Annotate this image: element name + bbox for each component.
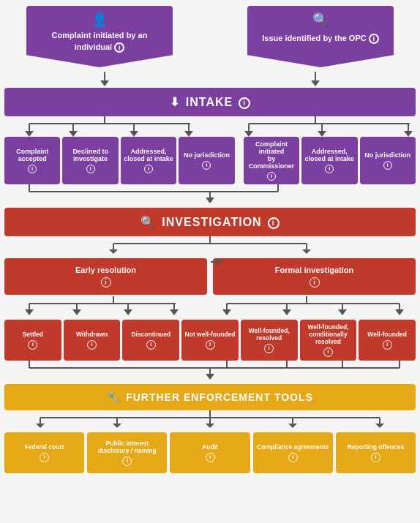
source-opc-info[interactable]: i (369, 34, 379, 44)
tool-federal-court: Federal court i (4, 432, 84, 473)
svg-marker-33 (302, 249, 311, 254)
intake-box-no-jurisdiction-left-label: No jurisdiction (184, 151, 230, 159)
intake-box-commissioner: Complaint initiatedby Commissioner i (244, 137, 299, 184)
branch-early-resolution-info[interactable]: i (101, 277, 111, 287)
opc-icon: 🔍 (256, 12, 385, 28)
outcome-wf-resolved-label: Well-founded, resolved (243, 327, 296, 342)
intake-info[interactable]: i (239, 97, 250, 109)
source-individual-info[interactable]: i (114, 42, 124, 53)
intake-box-commissioner-info[interactable]: i (267, 172, 276, 181)
svg-marker-69 (113, 424, 121, 428)
intake-label: INTAKE (186, 96, 233, 109)
intake-box-addressed-left-label: Addressed,closed at intake (124, 148, 173, 162)
branch-boxes: Early resolution i Formal investigation … (4, 258, 416, 295)
intake-box-no-jurisdiction-left-info[interactable]: i (202, 161, 211, 170)
tool-public-interest: Public interest disclosure / naming i (87, 432, 167, 473)
investigation-info[interactable]: i (268, 217, 280, 229)
outcome-well-founded-info[interactable]: i (383, 340, 392, 350)
tool-federal-court-label: Federal court (25, 443, 64, 451)
tool-public-interest-info[interactable]: i (122, 456, 132, 466)
intake-bar: ⬇ INTAKE i (4, 88, 416, 116)
tool-audit-info[interactable]: i (206, 453, 215, 462)
tool-reporting-info[interactable]: i (371, 453, 380, 462)
enforcement-to-tools (0, 410, 420, 428)
investigation-label: INVESTIGATION (162, 216, 261, 229)
svg-marker-39 (25, 309, 34, 315)
tool-federal-court-info[interactable]: i (40, 453, 49, 462)
outcome-discontinued-info[interactable]: i (146, 340, 156, 350)
svg-marker-41 (72, 309, 81, 315)
intake-box-complaint-accepted-label: Complaintaccepted (16, 148, 48, 162)
branch-formal-investigation-label: Formal investigation (275, 266, 354, 274)
svg-marker-43 (124, 309, 132, 315)
intake-icon: ⬇ (170, 95, 180, 109)
svg-marker-11 (130, 131, 138, 137)
branch-formal-investigation-info[interactable]: i (310, 277, 320, 287)
branch-early-resolution-label: Early resolution (75, 266, 136, 274)
intake-box-addressed-right: Addressed,closed at intake i (301, 137, 357, 184)
source-individual: 👤 Complaint initiated by an individual i (26, 6, 173, 67)
svg-marker-75 (375, 424, 384, 428)
svg-marker-19 (318, 131, 326, 137)
svg-marker-31 (109, 249, 118, 254)
outcome-wf-resolved-info[interactable]: i (264, 344, 274, 353)
enforcement-icon: 🔧 (107, 391, 120, 403)
svg-marker-49 (222, 309, 231, 315)
outcome-settled-info[interactable]: i (28, 340, 37, 350)
tool-compliance-label: Compliance agreements (257, 443, 329, 451)
outcome-settled: Settled i (4, 320, 61, 361)
svg-marker-13 (184, 131, 193, 137)
outcome-withdrawn: Withdrawn i (64, 320, 121, 361)
intake-box-addressed-right-info[interactable]: i (325, 165, 334, 173)
svg-marker-1 (100, 80, 109, 86)
outcome-not-well-founded: Not well-founded i (181, 320, 239, 361)
intake-box-complaint-accepted: Complaintaccepted i (4, 137, 60, 184)
investigation-icon: 🔍 (140, 215, 156, 229)
svg-marker-21 (404, 131, 413, 137)
outcome-discontinued: Discontinued i (122, 320, 179, 361)
outcome-wf-conditionally-info[interactable]: i (323, 347, 333, 357)
outcome-wf-conditionally: Well-founded, conditionally resolved i (300, 320, 357, 361)
intake-box-no-jurisdiction-right-info[interactable]: i (383, 161, 392, 170)
intake-box-addressed-left: Addressed,closed at intake i (121, 137, 176, 184)
svg-marker-45 (170, 309, 179, 315)
outcome-not-well-founded-info[interactable]: i (206, 340, 215, 350)
outcome-boxes: Settled i Withdrawn i Discontinued i Not… (4, 320, 416, 361)
source-opc-label: Issue identified by the OPC (262, 34, 366, 42)
svg-marker-53 (338, 309, 347, 315)
tool-public-interest-label: Public interest disclosure / naming (89, 440, 165, 454)
svg-marker-3 (311, 80, 320, 86)
intake-box-addressed-left-info[interactable]: i (144, 165, 153, 173)
separator (237, 137, 241, 184)
outcome-settled-label: Settled (23, 331, 43, 338)
intake-box-addressed-right-label: Addressed,closed at intake (305, 148, 355, 162)
svg-marker-63 (206, 374, 214, 380)
svg-marker-67 (36, 424, 45, 428)
investigation-bar: 🔍 INVESTIGATION i (4, 208, 416, 236)
outcomes-to-enforcement (0, 361, 420, 380)
outcome-wf-conditionally-label: Well-founded, conditionally resolved (302, 323, 355, 345)
sources-row: 👤 Complaint initiated by an individual i… (4, 6, 416, 67)
tool-compliance-info[interactable]: i (288, 453, 298, 462)
intake-box-complaint-accepted-info[interactable]: i (28, 165, 37, 173)
outcome-withdrawn-label: Withdrawn (76, 331, 108, 338)
intake-box-declined-info[interactable]: i (86, 165, 95, 173)
investigation-to-branches (0, 236, 420, 254)
svg-marker-7 (25, 131, 34, 137)
tool-compliance: Compliance agreements i (253, 432, 333, 473)
source-individual-label: Complaint initiated by an individual (52, 31, 148, 51)
intake-box-commissioner-label: Complaint initiatedby Commissioner (247, 140, 296, 170)
tool-audit: Audit i (170, 432, 250, 473)
outcome-wf-resolved: Well-founded, resolved i (241, 320, 298, 361)
outcome-well-founded: Well-founded i (359, 320, 416, 361)
svg-marker-73 (288, 424, 297, 428)
intake-branch-connectors (0, 116, 420, 137)
svg-marker-17 (244, 131, 253, 137)
svg-marker-9 (69, 131, 78, 137)
svg-marker-55 (395, 309, 404, 315)
outcome-well-founded-label: Well-founded (367, 331, 407, 338)
intake-to-investigation-arrows (0, 184, 420, 203)
svg-marker-25 (206, 197, 214, 203)
intake-box-no-jurisdiction-right: No jurisdiction i (360, 137, 416, 184)
outcome-withdrawn-info[interactable]: i (87, 340, 97, 350)
